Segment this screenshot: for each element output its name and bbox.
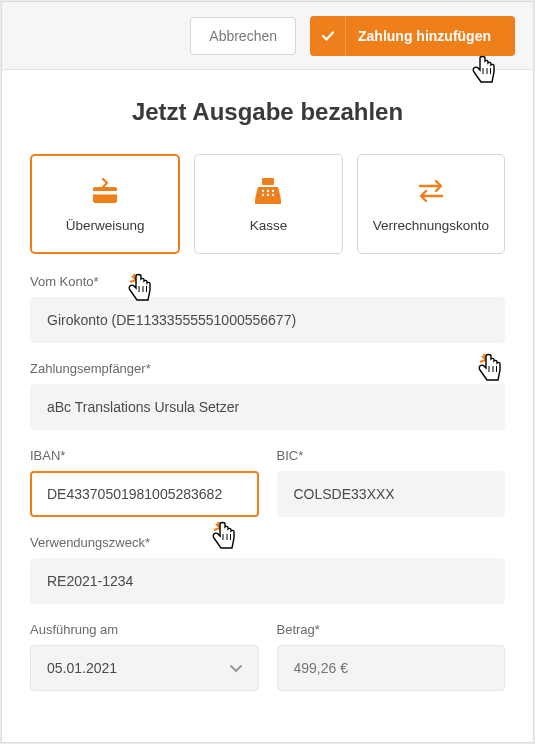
execution-date-label: Ausführung am	[30, 622, 259, 637]
card-arrow-icon	[88, 176, 122, 206]
method-cash[interactable]: Kasse	[194, 154, 342, 254]
method-label: Verrechnungskonto	[373, 218, 489, 233]
svg-point-9	[272, 193, 274, 195]
method-transfer[interactable]: Überweisung	[30, 154, 180, 254]
method-label: Kasse	[250, 218, 288, 233]
topbar: Abbrechen Zahlung hinzufügen	[2, 2, 533, 70]
method-clearing[interactable]: Verrechnungskonto	[357, 154, 505, 254]
svg-rect-2	[262, 178, 274, 185]
svg-point-6	[272, 189, 274, 191]
bic-input[interactable]: COLSDE33XXX	[277, 471, 506, 517]
page-title: Jetzt Ausgabe bezahlen	[30, 98, 505, 126]
payment-methods: Überweisung Kasse	[30, 154, 505, 254]
submit-button[interactable]: Zahlung hinzufügen	[310, 16, 515, 56]
purpose-label: Verwendungszweck*	[30, 535, 505, 550]
submit-label: Zahlung hinzufügen	[358, 28, 491, 44]
execution-date-select[interactable]: 05.01.2021	[30, 645, 259, 691]
execution-date-value: 05.01.2021	[47, 660, 117, 676]
iban-input[interactable]: DE43370501981005283682	[30, 471, 259, 517]
svg-rect-0	[93, 187, 117, 203]
payee-label: Zahlungsempfänger*	[30, 361, 505, 376]
svg-point-8	[267, 193, 269, 195]
purpose-input[interactable]: RE2021-1234	[30, 558, 505, 604]
svg-rect-1	[93, 191, 117, 195]
from-account-select[interactable]: Girokonto (DE11333555551000556677)	[30, 297, 505, 343]
check-icon	[310, 16, 346, 56]
bic-label: BIC*	[277, 448, 506, 463]
svg-point-4	[262, 189, 264, 191]
exchange-arrows-icon	[416, 176, 446, 206]
chevron-down-icon	[230, 660, 242, 676]
payee-input[interactable]: aBc Translations Ursula Setzer	[30, 384, 505, 430]
cancel-button[interactable]: Abbrechen	[190, 17, 296, 55]
amount-input[interactable]	[277, 645, 506, 691]
amount-label: Betrag*	[277, 622, 506, 637]
svg-point-7	[262, 193, 264, 195]
svg-point-5	[267, 189, 269, 191]
iban-label: IBAN*	[30, 448, 259, 463]
svg-rect-3	[255, 199, 281, 204]
from-account-label: Vom Konto*	[30, 274, 505, 289]
cash-register-icon	[252, 176, 284, 206]
method-label: Überweisung	[66, 218, 145, 233]
